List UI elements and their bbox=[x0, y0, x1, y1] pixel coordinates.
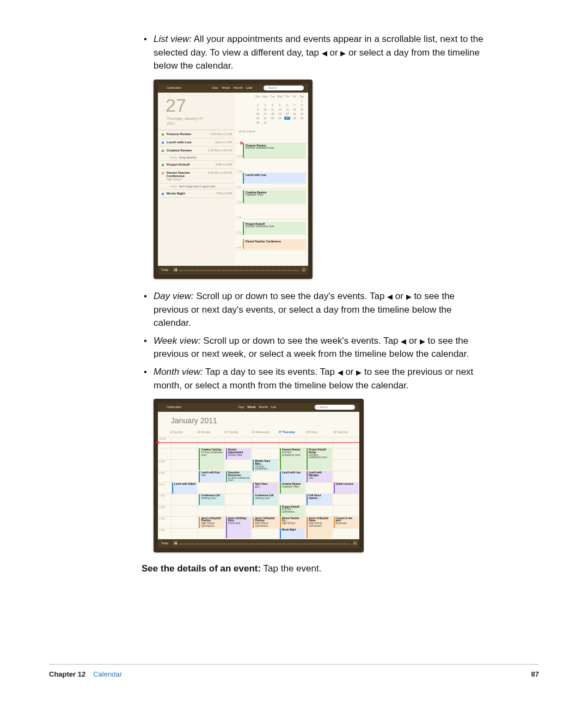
week-day-header[interactable]: 27 Thursday bbox=[278, 430, 305, 437]
week-cell[interactable] bbox=[252, 471, 278, 482]
week-cell[interactable] bbox=[171, 506, 198, 516]
week-cell[interactable] bbox=[171, 460, 198, 471]
week-event-block[interactable]: Lunch with Gilbert bbox=[172, 483, 197, 494]
list-item[interactable]: 9:30 AM to 11 AMFinance Review bbox=[158, 130, 235, 138]
week-cell[interactable]: Lunch with Katzcafe bbox=[198, 471, 224, 482]
week-cell[interactable] bbox=[252, 506, 278, 516]
week-event-block[interactable]: Lunch with Katzcafe bbox=[199, 471, 224, 482]
week-day-header[interactable]: 28 Friday bbox=[305, 430, 332, 437]
week-cell[interactable]: Creative Catchup1st floor conference roo… bbox=[198, 448, 224, 459]
day-event-block[interactable]: Project Kickoff2nd floor conference room bbox=[243, 222, 306, 235]
week-event-block[interactable]: Conference Callmeeting room bbox=[199, 494, 224, 505]
week-cell[interactable] bbox=[252, 528, 278, 539]
list-item[interactable]: 4:30 PM to 5:30 PMParent-Teacher Confere… bbox=[158, 169, 235, 184]
week-cell[interactable] bbox=[333, 471, 359, 482]
timeline-prev-icon[interactable]: ◀ bbox=[173, 267, 177, 272]
week-day-header[interactable]: 25 Tuesday bbox=[223, 430, 250, 437]
week-cell[interactable]: Creative ReviewCopeland Office bbox=[279, 483, 305, 494]
week-cell[interactable]: Conference Callmeeting room bbox=[252, 494, 278, 505]
tab-week[interactable]: Week bbox=[247, 405, 256, 409]
today-button[interactable]: Today bbox=[161, 268, 168, 271]
week-cell[interactable] bbox=[198, 506, 224, 516]
week-cell[interactable] bbox=[279, 494, 305, 505]
tab-week[interactable]: Week bbox=[222, 86, 230, 89]
week-day-header[interactable]: 26 Wednesday bbox=[250, 430, 278, 437]
week-day-header[interactable]: 24 Monday bbox=[196, 430, 223, 437]
week-event-block[interactable]: Jenn's Volleyball PracticeHigh School Gy… bbox=[253, 517, 278, 528]
week-cell[interactable]: Movie Night bbox=[279, 528, 305, 539]
add-event-button[interactable]: + bbox=[302, 267, 306, 272]
week-cell[interactable] bbox=[171, 517, 198, 528]
today-button[interactable]: Today bbox=[161, 541, 168, 545]
week-cell[interactable] bbox=[225, 506, 252, 516]
tab-month[interactable]: Month bbox=[234, 86, 243, 89]
week-cell[interactable]: Conference Callmeeting room bbox=[198, 494, 224, 505]
week-cell[interactable] bbox=[305, 528, 332, 539]
week-cell[interactable]: Dentist AppointmentDental Office bbox=[225, 448, 252, 459]
week-cell[interactable]: Jenn's Volleyball GameHigh School Gymnas… bbox=[305, 517, 332, 528]
week-cell[interactable]: Lunch with Managercafe bbox=[305, 471, 332, 482]
calendars-button[interactable]: Calendars bbox=[167, 86, 181, 89]
tab-day[interactable]: Day bbox=[238, 405, 244, 409]
week-cell[interactable] bbox=[305, 460, 332, 471]
timeline-prev-icon[interactable]: ◀ bbox=[173, 541, 177, 545]
week-event-block[interactable]: Call About Apartm... bbox=[307, 494, 332, 505]
week-cell[interactable]: Lunch with Lisa bbox=[279, 471, 305, 482]
tab-month[interactable]: Month bbox=[259, 405, 268, 409]
week-cell[interactable] bbox=[198, 460, 224, 471]
add-event-button[interactable]: + bbox=[353, 541, 357, 545]
week-cell[interactable] bbox=[198, 483, 224, 494]
week-event-block[interactable]: Movie Night bbox=[280, 528, 305, 539]
week-cell[interactable]: Weekly Team Meet...2nd floor conference.… bbox=[252, 460, 278, 471]
week-event-block[interactable]: Weekly Team Meet...2nd floor conference.… bbox=[253, 460, 278, 471]
week-cell[interactable] bbox=[225, 483, 252, 494]
week-event-block[interactable]: Parent-Teacher Co...High School bbox=[280, 517, 305, 528]
week-cell[interactable]: Jenn's Volleyball PracticeHigh School Gy… bbox=[198, 517, 224, 528]
search-input[interactable]: ⌕ Search bbox=[264, 86, 304, 90]
week-cell[interactable]: Project Kickoff2nd floor conference... bbox=[279, 506, 305, 516]
week-cell[interactable] bbox=[333, 494, 359, 505]
week-cell[interactable]: Concert in the parkdowntown bbox=[333, 517, 359, 528]
week-day-header[interactable]: 29 Saturday bbox=[332, 430, 359, 437]
day-event-block[interactable]: Lunch with Lisa bbox=[243, 173, 306, 184]
week-cell[interactable]: Finance Review2nd floor conference room bbox=[279, 448, 305, 459]
week-event-block[interactable]: Jenn's Volleyball PracticeHigh School Gy… bbox=[199, 517, 224, 528]
week-cell[interactable] bbox=[252, 448, 278, 459]
tab-day[interactable]: Day bbox=[212, 86, 218, 89]
week-cell[interactable]: Spin Classgym bbox=[252, 483, 278, 494]
week-cell[interactable] bbox=[171, 448, 198, 459]
week-event-block[interactable]: Spin Classgym bbox=[253, 483, 278, 494]
tab-list[interactable]: List bbox=[271, 405, 276, 409]
list-item[interactable]: 3 PM to 4 PMProject Kickoff bbox=[158, 161, 235, 169]
week-event-block[interactable]: Lunch with Managercafe bbox=[307, 471, 332, 482]
week-event-block[interactable]: Executive Discussion1st floor conference… bbox=[226, 471, 251, 482]
week-cell[interactable] bbox=[305, 506, 332, 516]
week-cell[interactable] bbox=[333, 528, 359, 539]
week-cell[interactable] bbox=[225, 494, 252, 505]
timeline[interactable] bbox=[179, 543, 351, 545]
week-cell[interactable]: Guitar Lessons bbox=[333, 483, 359, 494]
week-cell[interactable]: Project Kickoff Recap2nd floor conferenc… bbox=[305, 448, 332, 459]
week-cell[interactable]: Parent-Teacher Co...High School bbox=[279, 517, 305, 528]
list-item[interactable]: 1:30 PM to 2:30 PMCreative Review bbox=[158, 147, 235, 155]
list-item[interactable]: 7 PM to 9 PMMovie Night bbox=[158, 190, 235, 198]
week-cell[interactable] bbox=[225, 460, 252, 471]
week-cell[interactable]: Jenn's Volleyball PracticeHigh School Gy… bbox=[252, 517, 278, 528]
week-cell[interactable]: Lunch with Gilbert bbox=[171, 483, 198, 494]
week-cell[interactable] bbox=[171, 494, 198, 505]
week-cell[interactable]: Jenn's Birthday PartyPizza Land bbox=[225, 517, 252, 528]
mini-calendar[interactable]: SunMonTueWedThuFriSat1234567891011121314… bbox=[255, 95, 305, 125]
week-event-block[interactable]: Concert in the parkdowntown bbox=[334, 517, 359, 528]
week-cell[interactable] bbox=[333, 460, 359, 471]
week-cell[interactable] bbox=[279, 460, 305, 471]
week-event-block[interactable]: Conference Callmeeting room bbox=[253, 494, 278, 505]
week-cell[interactable] bbox=[171, 471, 198, 482]
day-event-block[interactable]: Creative ReviewCopeland Office bbox=[243, 190, 306, 203]
tab-list[interactable]: List bbox=[247, 86, 253, 89]
day-event-block[interactable]: Finance Review2nd floor conference room bbox=[243, 143, 306, 158]
search-input[interactable]: ⌕ Search bbox=[315, 405, 355, 410]
week-event-block[interactable]: Lunch with Lisa bbox=[280, 471, 305, 482]
week-event-block[interactable]: Dentist AppointmentDental Office bbox=[226, 448, 251, 459]
week-cell[interactable] bbox=[171, 528, 198, 539]
list-item[interactable]: Noon to 1 PMLunch with Lisa bbox=[158, 138, 235, 147]
